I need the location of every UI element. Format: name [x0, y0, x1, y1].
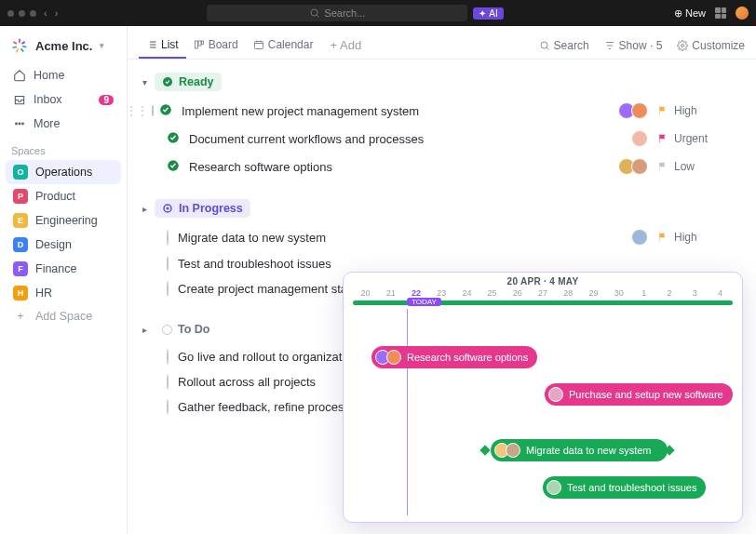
priority-label: Low — [674, 160, 695, 173]
workspace-logo-icon — [11, 37, 28, 54]
svg-rect-4 — [195, 41, 197, 48]
gantt-day-axis: 20212223242526272829301234 — [344, 287, 742, 298]
task-row[interactable]: ⋮⋮ Implement new project management syst… — [128, 97, 756, 125]
sidebar-space-product[interactable]: PProduct — [6, 184, 121, 208]
status-icon[interactable] — [167, 159, 180, 175]
sidebar-space-finance[interactable]: FFinance — [6, 257, 121, 281]
new-button[interactable]: ⊕New — [674, 7, 706, 20]
svg-rect-5 — [198, 41, 201, 46]
status-icon[interactable] — [167, 350, 169, 364]
gantt-bar[interactable]: Migrate data to new system — [491, 439, 668, 461]
space-label: Product — [35, 190, 75, 203]
assignee-avatar[interactable] — [631, 158, 648, 175]
assignee-avatar — [547, 480, 561, 495]
group-toggle[interactable]: ▸ — [142, 325, 147, 335]
sidebar-space-operations[interactable]: OOperations — [6, 160, 121, 184]
drag-handle[interactable]: ⋮⋮ — [128, 104, 150, 117]
nav-inbox[interactable]: Inbox 9 — [6, 87, 121, 112]
status-icon[interactable] — [167, 282, 169, 296]
task-title[interactable]: Test and troubleshoot issues — [178, 257, 732, 271]
toolbar-customize[interactable]: Customize — [677, 39, 745, 52]
list-icon — [146, 39, 157, 50]
more-icon — [13, 117, 26, 130]
task-title[interactable]: Implement new project management system — [182, 104, 609, 118]
check-circle-icon — [167, 159, 180, 172]
assignee-avatar[interactable] — [631, 102, 648, 119]
svg-point-2 — [16, 123, 18, 125]
task-row[interactable]: ⋮⋮ Migrate data to new system High — [128, 223, 756, 251]
nav-forward[interactable]: › — [55, 7, 59, 19]
check-circle-icon — [162, 76, 173, 87]
apps-menu-icon[interactable] — [715, 7, 726, 19]
flag-icon — [657, 161, 668, 172]
gantt-bar[interactable]: Test and troubleshoot issues — [543, 476, 706, 499]
gantt-bar[interactable]: Purchase and setup new software — [545, 383, 733, 406]
task-title[interactable]: Migrate data to new system — [178, 231, 622, 245]
circle-icon — [167, 349, 169, 365]
svg-rect-6 — [201, 41, 203, 45]
tab-board[interactable]: Board — [186, 33, 246, 59]
today-line — [407, 309, 408, 515]
task-title[interactable]: Document current workflows and processes — [189, 132, 622, 146]
global-search[interactable]: Search... — [207, 5, 467, 21]
space-icon: O — [13, 165, 28, 180]
nav-back[interactable]: ‹ — [44, 7, 47, 19]
task-row[interactable]: ⋮⋮ Research software options Low — [128, 153, 756, 180]
settings-icon — [677, 40, 688, 51]
gantt-panel[interactable]: 20 APR · 4 MAY 2021222324252627282930123… — [343, 272, 743, 523]
view-tabs: List Board Calendar +Add Search Show · 5… — [128, 26, 756, 60]
nav-more[interactable]: More — [6, 112, 121, 136]
assignee-avatar[interactable] — [631, 130, 648, 147]
circle-icon — [162, 325, 172, 335]
assignee-avatar — [506, 443, 520, 458]
status-icon[interactable] — [167, 400, 169, 414]
status-icon[interactable] — [167, 375, 169, 389]
sidebar-space-hr[interactable]: HHR — [6, 281, 121, 305]
toolbar-search[interactable]: Search — [539, 39, 589, 52]
toolbar-show[interactable]: Show · 5 — [604, 39, 663, 52]
status-chip-ready[interactable]: Ready — [155, 73, 222, 91]
search-icon — [539, 40, 550, 51]
priority-label: High — [674, 104, 697, 117]
add-view-button[interactable]: +Add — [330, 38, 361, 52]
tab-list[interactable]: List — [139, 33, 186, 59]
milestone-diamond[interactable] — [479, 445, 490, 455]
status-icon[interactable] — [167, 231, 169, 245]
svg-point-0 — [311, 9, 317, 16]
sidebar-space-engineering[interactable]: EEngineering — [6, 208, 121, 233]
sidebar-space-design[interactable]: DDesign — [6, 233, 121, 257]
group-toggle[interactable]: ▸ — [142, 204, 147, 214]
priority-label: Urgent — [674, 132, 708, 145]
task-checkbox[interactable] — [152, 105, 154, 116]
today-marker: TODAY — [407, 298, 441, 306]
add-space-button[interactable]: + Add Space — [6, 305, 121, 327]
priority-cell[interactable]: Low — [657, 160, 741, 173]
priority-cell[interactable]: High — [657, 104, 741, 117]
status-icon[interactable] — [159, 103, 172, 119]
check-circle-icon — [167, 131, 180, 144]
priority-cell[interactable]: Urgent — [657, 132, 741, 145]
svg-point-8 — [541, 42, 547, 48]
space-label: Operations — [35, 166, 92, 179]
status-icon[interactable] — [167, 257, 169, 271]
group-toggle[interactable]: ▾ — [142, 77, 147, 87]
app-topbar: ‹ › Search... ✦AI ⊕New — [0, 0, 756, 26]
assignee-avatar[interactable] — [631, 229, 648, 246]
space-label: HR — [35, 287, 52, 300]
ai-button[interactable]: ✦AI — [473, 7, 503, 20]
status-icon[interactable] — [167, 131, 180, 147]
task-title[interactable]: Research software options — [189, 160, 609, 174]
status-chip-todo[interactable]: To Do — [155, 320, 217, 339]
gantt-bar[interactable]: Research software options — [371, 346, 537, 368]
status-chip-in-progress[interactable]: In Progress — [155, 199, 250, 218]
space-icon: D — [13, 237, 28, 252]
priority-cell[interactable]: High — [657, 231, 741, 244]
group-ready: ▾ Ready ⋮⋮ Implement new project managem… — [128, 69, 756, 180]
filter-icon — [604, 40, 615, 51]
task-row[interactable]: ⋮⋮ Document current workflows and proces… — [128, 125, 756, 153]
tab-calendar[interactable]: Calendar — [246, 33, 321, 59]
nav-home[interactable]: Home — [6, 63, 121, 87]
gantt-body: Research software optionsPurchase and se… — [344, 309, 742, 515]
workspace-switcher[interactable]: Acme Inc. ▾ — [6, 33, 121, 63]
user-avatar[interactable] — [736, 7, 749, 20]
